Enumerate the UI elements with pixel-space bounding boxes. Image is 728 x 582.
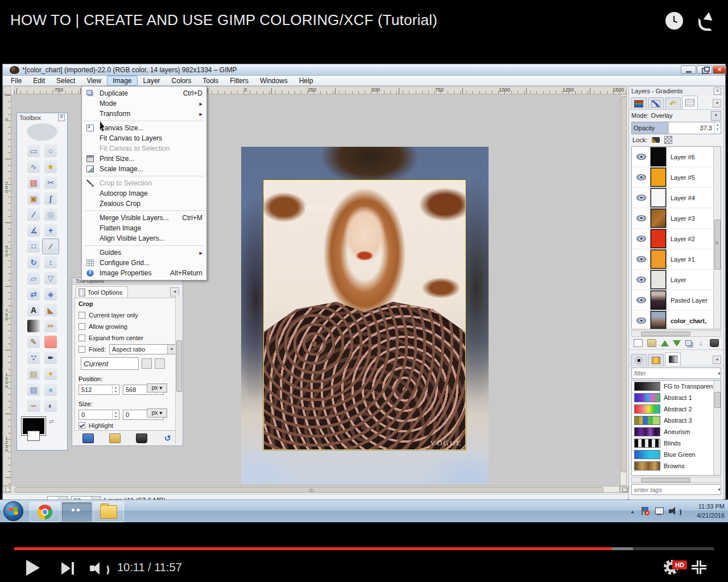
- scrollbar-thumb[interactable]: [15, 487, 603, 493]
- tool-button[interactable]: ○: [42, 143, 59, 159]
- gradient-row[interactable]: Blue Green: [632, 449, 721, 460]
- menu-entry[interactable]: DuplicateCtrl+D: [82, 88, 206, 98]
- new-layer-button[interactable]: [634, 339, 643, 347]
- ruler-corner[interactable]: [3, 86, 11, 94]
- collapse-button[interactable]: ◂: [713, 99, 721, 108]
- taskbar-chrome-button[interactable]: [30, 502, 60, 522]
- landscape-icon[interactable]: [155, 358, 165, 369]
- tab-layer-list[interactable]: [682, 96, 698, 109]
- checkbox[interactable]: [78, 312, 85, 319]
- tool-button[interactable]: ◐: [42, 398, 59, 414]
- layer-thumbnail[interactable]: [651, 250, 666, 269]
- restore-button[interactable]: [697, 65, 712, 74]
- highlight-row[interactable]: Highlight: [78, 422, 176, 429]
- menu-entry[interactable]: Crop to Selection: [82, 178, 206, 188]
- menu-item[interactable]: Help: [293, 76, 319, 86]
- gradient-row[interactable]: Browns: [632, 460, 721, 472]
- menu-entry[interactable]: Zealous Crop: [82, 199, 206, 209]
- tray-clock[interactable]: 11:33 PM 4/21/2016: [697, 502, 725, 520]
- spinner-arrows[interactable]: ▴▾: [112, 411, 119, 419]
- collapse-button[interactable]: ◂: [713, 356, 721, 364]
- tray-expand-icon[interactable]: ▲: [630, 509, 635, 514]
- scrollbar-thumb[interactable]: [176, 340, 182, 392]
- gradient-filter-field[interactable]: ▾: [631, 368, 721, 379]
- spinner-arrows[interactable]: ▴▾: [714, 122, 721, 134]
- tool-button[interactable]: ◣: [42, 302, 59, 318]
- layer-list-hscrollbar[interactable]: [631, 331, 721, 337]
- layer-thumbnail[interactable]: [651, 147, 666, 166]
- tool-button[interactable]: ▽: [42, 270, 59, 286]
- canvas-horizontal-scrollbar[interactable]: [14, 486, 620, 493]
- fullscreen-toggle-icon[interactable]: [692, 560, 706, 574]
- delete-options-button[interactable]: [136, 434, 147, 443]
- tool-button[interactable]: ●: [42, 382, 59, 398]
- layer-thumbnail[interactable]: [651, 168, 666, 187]
- visibility-eye-icon[interactable]: [636, 236, 646, 242]
- position-x-spinner[interactable]: 512▴▾: [78, 385, 119, 395]
- menu-item[interactable]: Filters: [224, 76, 254, 86]
- checkbox-row[interactable]: Current layer only: [78, 309, 176, 321]
- new-group-button[interactable]: [647, 339, 656, 347]
- taskbar-explorer-button[interactable]: [93, 502, 124, 522]
- layer-thumbnail[interactable]: [651, 209, 666, 228]
- layer-row[interactable]: Pasted Layer: [632, 290, 721, 311]
- visibility-eye-icon[interactable]: [636, 317, 646, 324]
- tool-button[interactable]: ✒: [42, 350, 59, 366]
- reset-options-button[interactable]: ↺: [163, 434, 173, 443]
- volume-button[interactable]: [90, 562, 107, 575]
- menu-entry[interactable]: Mode: [82, 98, 206, 109]
- gradient-list-hscrollbar[interactable]: [631, 477, 721, 483]
- layer-row[interactable]: Layer #1: [632, 249, 721, 270]
- tool-button[interactable]: ∕: [25, 207, 42, 222]
- tool-button[interactable]: ↻: [25, 254, 42, 270]
- lock-alpha-icon[interactable]: [664, 136, 672, 144]
- tool-button[interactable]: ∫: [42, 191, 59, 207]
- layer-row[interactable]: Layer #4: [632, 188, 721, 208]
- tool-button[interactable]: +: [42, 222, 59, 238]
- tool-button[interactable]: ✂: [42, 175, 59, 191]
- layer-name[interactable]: Layer #3: [671, 215, 695, 222]
- menu-item[interactable]: File: [5, 76, 27, 86]
- close-icon[interactable]: ✕: [58, 114, 65, 121]
- lock-pixels-icon[interactable]: [652, 137, 660, 143]
- checkbox-checked[interactable]: [78, 422, 85, 429]
- tab-layers[interactable]: [631, 97, 647, 109]
- checkbox[interactable]: [78, 346, 85, 353]
- taskbar-gimp-button[interactable]: [61, 502, 92, 522]
- tool-button[interactable]: ∷: [25, 238, 42, 254]
- menu-entry[interactable]: Align Visible Layers...: [82, 233, 206, 243]
- tool-button[interactable]: ▣: [25, 191, 42, 207]
- tool-button[interactable]: ▤: [25, 366, 42, 382]
- tool-options-scrollbar[interactable]: [175, 295, 182, 444]
- canvas-vertical-scrollbar[interactable]: [620, 94, 627, 486]
- raise-layer-button[interactable]: [661, 340, 669, 346]
- layer-name[interactable]: Layer #1: [671, 256, 695, 263]
- gradient-row[interactable]: Abstract 2: [632, 403, 721, 415]
- menu-entry[interactable]: Fit Canvas to Layers: [82, 133, 206, 143]
- layer-row[interactable]: Layer #3: [632, 208, 721, 229]
- layer-name[interactable]: Layer #2: [671, 236, 695, 242]
- menu-entry[interactable]: Image PropertiesAlt+Return: [82, 268, 206, 278]
- gradient-row[interactable]: Aneurism: [632, 426, 721, 437]
- menu-entry[interactable]: Guides: [82, 247, 206, 258]
- tool-button[interactable]: [42, 334, 59, 350]
- tool-button[interactable]: ∽: [25, 398, 42, 414]
- tab-brushes[interactable]: [631, 354, 647, 366]
- size-w-spinner[interactable]: 0▴▾: [78, 410, 119, 420]
- menu-entry[interactable]: Print Size...: [82, 154, 206, 164]
- selection-region[interactable]: Window VOGUE: [263, 180, 466, 450]
- menu-item[interactable]: Windows: [254, 76, 293, 86]
- position-unit-combo[interactable]: px ▾: [147, 383, 167, 393]
- gradient-row[interactable]: Abstract 1: [632, 392, 721, 403]
- layer-name[interactable]: color_chart,: [671, 317, 706, 324]
- visibility-eye-icon[interactable]: [636, 297, 646, 303]
- menu-entry[interactable]: Configure Grid...: [82, 258, 206, 268]
- menu-item[interactable]: Select: [51, 76, 81, 86]
- layer-thumbnail[interactable]: [651, 291, 666, 309]
- layer-thumbnail[interactable]: [651, 270, 666, 289]
- layer-name[interactable]: Pasted Layer: [671, 297, 708, 304]
- gradient-row[interactable]: Abstract 3: [632, 415, 721, 426]
- menu-item[interactable]: Tools: [197, 76, 224, 86]
- layer-list-scrollbar[interactable]: [713, 147, 721, 329]
- layer-thumbnail[interactable]: [651, 188, 666, 207]
